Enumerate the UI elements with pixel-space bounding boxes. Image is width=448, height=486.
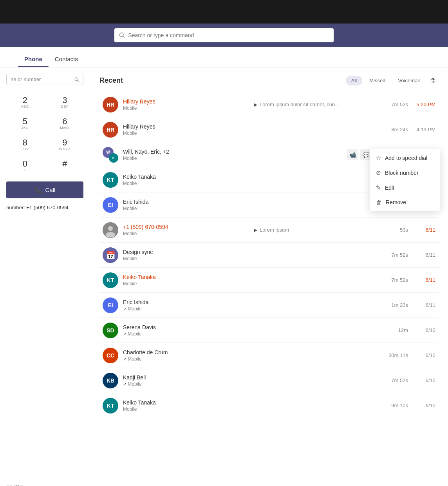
outgoing-arrow-icon: ↗: [123, 332, 126, 336]
context-menu-item-edit[interactable]: ✎ Edit: [370, 180, 440, 195]
table-row: KT Keiko Tanaka Mobile 7m 52s 6/11: [99, 268, 439, 293]
dial-key-8[interactable]: 8 TUV: [6, 135, 44, 154]
sidebar-search-box[interactable]: [6, 74, 83, 85]
avatar: HR: [103, 122, 118, 138]
tab-phone[interactable]: Phone: [18, 51, 49, 67]
context-menu: ☆ Add to speed dial ⊘ Block number ✎ Edi…: [370, 149, 440, 211]
avatar: EI: [103, 197, 118, 213]
table-row: KT Keiko Tanaka Mobile 9m 10s 6/10: [99, 393, 439, 418]
outgoing-arrow-icon: ↗: [123, 382, 126, 386]
call-info: Eric Ishida Mobile: [123, 199, 254, 211]
call-info: Keiko Tanaka Mobile: [123, 399, 254, 412]
table-row: HR Hillary Reyes Mobile 8m 24s 4:13 PM: [99, 117, 439, 142]
call-duration: 7m 52s: [385, 277, 408, 283]
trash-icon: 🗑: [376, 199, 382, 205]
dial-key-6[interactable]: 6 MNO: [46, 114, 84, 133]
call-name: Hillary Reyes: [123, 98, 254, 105]
call-duration: 53s: [385, 227, 408, 233]
call-type: Mobile: [123, 206, 254, 211]
edit-icon: ✎: [376, 184, 381, 191]
context-menu-item-block[interactable]: ⊘ Block number: [370, 165, 440, 180]
call-duration: 7m 52s: [385, 252, 408, 258]
call-time: 6/10: [408, 403, 435, 408]
play-icon[interactable]: ▶: [254, 102, 257, 107]
filter-tab-all[interactable]: All: [346, 76, 362, 85]
call-info: Keiko Tanaka Mobile: [123, 174, 255, 186]
context-menu-label: Add to speed dial: [385, 154, 427, 161]
call-name: Keiko Tanaka: [123, 274, 254, 280]
avatar: HR: [103, 97, 118, 112]
global-search-box[interactable]: [114, 28, 334, 42]
call-duration: 9m 10s: [385, 403, 408, 408]
call-time: 6/10: [408, 352, 435, 358]
dial-key-3[interactable]: 3 DEF: [46, 93, 84, 112]
tab-contacts[interactable]: Contacts: [49, 51, 84, 67]
top-black-bar: [0, 0, 448, 24]
call-type: Mobile: [123, 105, 254, 111]
call-type: Mobile: [123, 131, 254, 136]
call-info: Kadji Bell ↗ Mobile: [123, 374, 254, 387]
filter-icon[interactable]: ⚗: [427, 75, 439, 86]
dial-key-5[interactable]: 5 JKL: [6, 114, 44, 133]
dial-key-9[interactable]: 9 WXYZ: [46, 135, 84, 154]
svg-point-5: [108, 226, 113, 231]
call-name: Charlotte de Crum: [123, 349, 254, 355]
avatar: KT: [103, 272, 118, 288]
table-row: 📅 Design sync Mobile 7m 52s 6/11: [99, 243, 439, 268]
call-list: HR Hillary Reyes Mobile ▶ Lorem ipsum do…: [99, 92, 439, 418]
context-menu-item-remove[interactable]: 🗑 Remove: [370, 195, 440, 209]
search-input[interactable]: [128, 32, 329, 38]
call-name: Kadji Bell: [123, 374, 254, 381]
call-type: ↗ Mobile: [123, 356, 254, 362]
sidebar-search-input[interactable]: [11, 76, 71, 82]
main-layout: 2 ABC 3 DEF 5 JKL 6 MNO 8 TUV 9 WXYZ: [0, 67, 448, 486]
sidebar-bottom-status: ng off ▾ 2400 ▾: [6, 484, 23, 486]
filter-tab-voicemail[interactable]: Voicemail: [392, 76, 425, 85]
context-menu-item-speed-dial[interactable]: ☆ Add to speed dial: [370, 150, 440, 165]
avatar: [103, 222, 118, 238]
table-row: +1 (509) 670-0594 Mobile ▶ Lorem ipsum 5…: [99, 218, 439, 243]
sidebar: 2 ABC 3 DEF 5 JKL 6 MNO 8 TUV 9 WXYZ: [0, 67, 90, 486]
outgoing-arrow-icon: ↗: [123, 306, 126, 311]
call-type: Mobile: [123, 406, 254, 412]
dialpad: 2 ABC 3 DEF 5 JKL 6 MNO 8 TUV 9 WXYZ: [6, 93, 83, 175]
outgoing-arrow-icon: ↗: [123, 357, 126, 361]
call-type: ↗ Mobile: [123, 306, 254, 312]
number-display: number: +1 (509) 670-0594: [6, 205, 83, 210]
call-type: Mobile: [123, 256, 254, 261]
video-icon[interactable]: 📹: [347, 149, 358, 160]
dial-key-0[interactable]: 0 +: [6, 156, 44, 175]
call-type: ↗ Mobile: [123, 331, 254, 337]
call-time: 6/10: [408, 377, 435, 383]
table-row: SD Serena Davis ↗ Mobile 12m 6/10: [99, 318, 439, 343]
avatar: EI: [103, 297, 118, 313]
status-away[interactable]: ng off ▾: [6, 484, 23, 486]
call-preview: ▶ Lorem ipsum: [254, 227, 385, 233]
call-name: Design sync: [123, 249, 254, 255]
dial-key-hash[interactable]: #: [46, 156, 84, 175]
call-time: 6/11: [408, 227, 435, 233]
call-button[interactable]: 📞 Call: [6, 181, 83, 198]
svg-point-6: [106, 232, 115, 238]
play-icon[interactable]: ▶: [254, 227, 257, 233]
table-row: EI Eric Ishida ↗ Mobile 1m 23s 6/11: [99, 293, 439, 318]
call-type: Mobile: [123, 281, 254, 287]
recent-title: Recent: [99, 76, 123, 85]
call-info: Design sync Mobile: [123, 249, 254, 261]
filter-tab-missed[interactable]: Missed: [364, 76, 391, 85]
preview-text: Lorem ipsum dolor sit damet, con...: [260, 102, 339, 107]
context-menu-label: Remove: [386, 199, 406, 205]
call-info: +1 (509) 670-0594 Mobile: [123, 224, 254, 236]
block-icon: ⊘: [376, 169, 381, 176]
call-duration: 1m 23s: [385, 302, 408, 308]
call-info: Serena Davis ↗ Mobile: [123, 324, 254, 337]
call-info: Hillary Reyes Mobile: [123, 123, 254, 136]
call-info: Keiko Tanaka Mobile: [123, 274, 254, 287]
call-info: Hillary Reyes Mobile: [123, 98, 254, 111]
call-info: Will, Kayo, Eric, +2 Mobile: [123, 149, 235, 161]
avatar: KB: [103, 373, 118, 388]
nav-tab-previous[interactable]: [12, 58, 18, 67]
call-type: Mobile: [123, 181, 255, 186]
table-row: KB Kadji Bell ↗ Mobile 7m 52s 6/10: [99, 368, 439, 393]
dial-key-2[interactable]: 2 ABC: [6, 93, 44, 112]
